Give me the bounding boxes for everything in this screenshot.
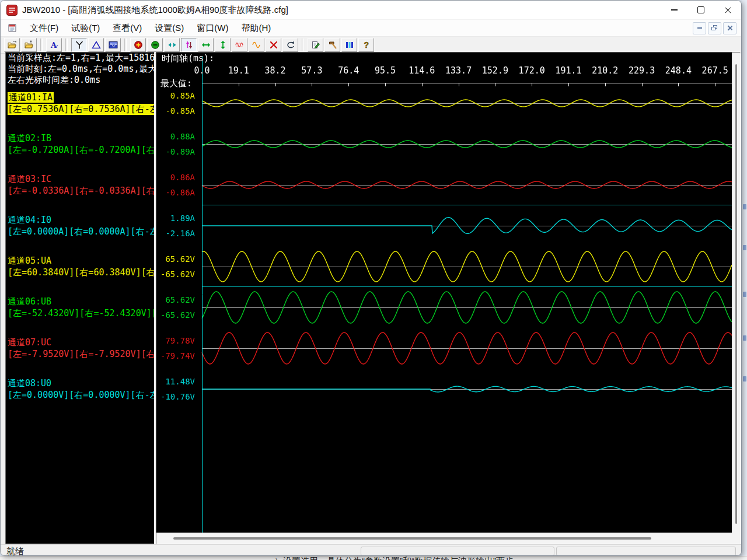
info-line: 左右光标时间差:0.0ms	[6, 75, 154, 86]
menu-item-settings[interactable]: 设置(S)	[148, 21, 190, 36]
adjust-amplitude-icon	[184, 40, 194, 50]
toolbar-button-undo[interactable]	[282, 38, 298, 52]
menu-item-view[interactable]: 查看(V)	[106, 21, 148, 36]
status-ready-text: 就绪	[6, 546, 24, 556]
maximize-button[interactable]	[687, 1, 714, 19]
delete-icon	[269, 40, 278, 50]
toolbar-button-waveform-view[interactable]	[105, 38, 121, 52]
mdi-minimize-button[interactable]	[693, 22, 706, 34]
channel-max-label: 0.86A	[156, 173, 195, 182]
background-window-bottom: ）设置选用，具体分为“参数设置”和“数据传输与波形输出”两步	[0, 556, 747, 560]
time-tick-label: 76.4	[338, 65, 359, 76]
toolbar-button-delta[interactable]	[88, 38, 104, 52]
time-tick-label: 229.3	[629, 65, 655, 76]
channel-values: [左=0.0000A][右=0.0000A][右-左	[8, 226, 155, 237]
channel-values: [左=0.7536A][右=0.7536A][右-左	[8, 104, 155, 115]
mdi-minimize-icon	[697, 27, 702, 28]
channel-label[interactable]: 通道05:UA	[8, 256, 51, 267]
time-tick-label: 210.2	[592, 65, 618, 76]
menu-item-test[interactable]: 试验(T)	[65, 21, 106, 36]
vertical-scrollbar[interactable]	[732, 52, 740, 533]
toolbar: A?	[1, 37, 741, 54]
close-button[interactable]	[714, 1, 741, 19]
app-icon	[6, 5, 18, 16]
close-icon	[724, 6, 732, 14]
waveform-plot-area[interactable]: 时间轴(ms): 最大值: 0.019.138.257.376.495.5114…	[156, 52, 732, 533]
toolbar-separator	[302, 38, 304, 51]
window-title: JBW2010 - [高阻消弧线圈接地系统1000欧姆A相90度非故障线路.cf…	[22, 5, 288, 16]
time-tick-label: 152.9	[482, 65, 508, 76]
toolbar-button-open-file[interactable]	[4, 38, 20, 52]
background-text: ）设置选用，具体分为“参数设置”和“数据传输与波形输出”两步	[274, 556, 514, 560]
expand-vertical-icon	[218, 40, 228, 50]
channel-label[interactable]: 通道03:IC	[8, 174, 51, 185]
vertical-scrollbar-thumb[interactable]	[735, 64, 737, 524]
toolbar-button-columns[interactable]	[341, 38, 357, 52]
zoom-in-icon	[134, 40, 143, 50]
horizontal-scrollbar[interactable]	[156, 533, 732, 544]
svg-text:?: ?	[364, 40, 369, 50]
toolbar-button-zoom-out[interactable]	[147, 38, 163, 52]
status-pane	[556, 547, 736, 556]
time-tick-label: 267.5	[702, 65, 728, 76]
time-tick-label: 38.2	[265, 65, 286, 76]
channel-name-text: 通道04:I0	[8, 215, 51, 225]
toolbar-button-font[interactable]: A	[46, 38, 62, 52]
toolbar-button-wye[interactable]	[71, 38, 87, 52]
mdi-restore-button[interactable]	[708, 22, 721, 34]
edit-icon	[311, 40, 320, 50]
channel-name-text: 通道03:IC	[8, 174, 51, 184]
horizontal-scrollbar-thumb[interactable]	[173, 537, 651, 540]
channel-label[interactable]: 通道08:U0	[8, 378, 51, 389]
background-glyph	[743, 245, 746, 250]
toolbar-button-compress-horizontal[interactable]	[164, 38, 180, 52]
menu-item-help[interactable]: 帮助(H)	[235, 21, 277, 36]
toolbar-button-delete[interactable]	[266, 38, 281, 52]
mdi-close-button[interactable]	[723, 22, 736, 34]
menu-bar: 文件(F)试验(T)查看(V)设置(S)窗口(W)帮助(H)	[1, 20, 741, 37]
tools-icon	[328, 40, 337, 50]
channel-max-label: 65.62V	[156, 295, 195, 304]
toolbar-button-edit[interactable]	[308, 38, 323, 52]
channel-name-text: 通道08:U0	[8, 378, 51, 388]
toolbar-button-expand-vertical[interactable]	[215, 38, 231, 52]
background-glyph	[743, 204, 746, 209]
time-tick-label: 19.1	[228, 65, 249, 76]
channel-name-text: 通道01:IA	[8, 92, 54, 103]
channel-max-label: -0.89A	[156, 147, 195, 156]
minimize-icon	[671, 9, 678, 10]
toolbar-button-expand-horizontal[interactable]	[198, 38, 214, 52]
channel-label[interactable]: 通道04:I0	[8, 215, 51, 226]
channel-label[interactable]: 通道06:UB	[8, 296, 51, 307]
minimize-button[interactable]	[661, 1, 687, 19]
status-pane	[361, 547, 554, 556]
toolbar-button-overlay-waves[interactable]	[232, 38, 247, 52]
menu-item-window[interactable]: 窗口(W)	[190, 21, 235, 36]
delta-icon	[92, 40, 101, 50]
channel-label[interactable]: 通道07:UC	[8, 337, 51, 348]
document-icon	[8, 23, 18, 33]
title-bar[interactable]: JBW2010 - [高阻消弧线圈接地系统1000欧姆A相90度非故障线路.cf…	[1, 1, 741, 20]
toolbar-button-help[interactable]: ?	[358, 38, 374, 52]
channel-label[interactable]: 通道01:IA	[8, 92, 54, 103]
toolbar-button-tools[interactable]	[324, 38, 340, 52]
toolbar-separator	[40, 38, 43, 51]
channel-max-label: 0.85A	[156, 91, 195, 100]
menu-item-file[interactable]: 文件(F)	[23, 21, 65, 36]
channel-max-label: 11.48V	[156, 377, 195, 386]
channel-name-text: 通道02:IB	[8, 133, 51, 144]
channel-values: [左=-0.7200A][右=-0.7200A][右-	[8, 145, 155, 156]
toolbar-button-open-data[interactable]	[21, 38, 37, 52]
waveform-canvas[interactable]	[156, 52, 732, 533]
toolbar-button-adjust-amplitude[interactable]	[181, 38, 197, 52]
toolbar-separator	[65, 38, 68, 51]
toolbar-button-single-wave[interactable]	[249, 38, 264, 52]
channel-name-text: 通道05:UA	[8, 256, 51, 266]
font-icon: A	[50, 40, 59, 50]
toolbar-button-zoom-in[interactable]	[130, 38, 146, 52]
svg-text:A: A	[50, 41, 57, 50]
compress-horizontal-icon	[167, 40, 177, 50]
channel-max-label: -10.76V	[156, 392, 195, 401]
time-tick-label: 133.7	[445, 65, 472, 76]
channel-label[interactable]: 通道02:IB	[8, 133, 51, 144]
